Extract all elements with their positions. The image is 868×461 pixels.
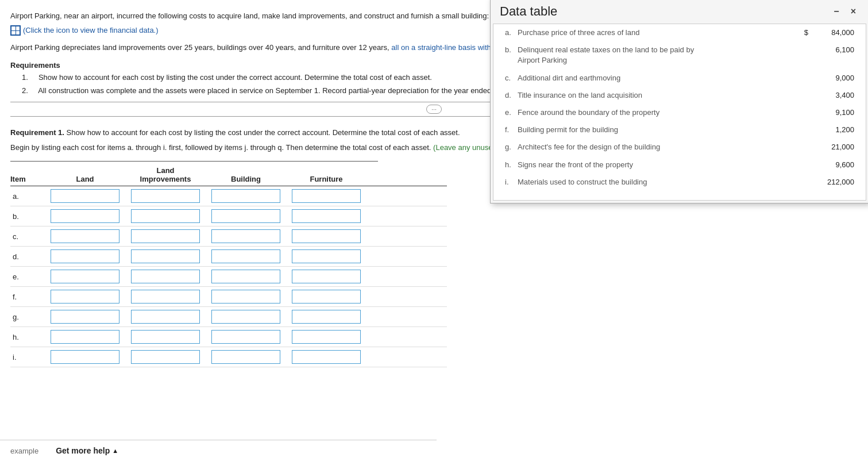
input-b-furniture[interactable] [292,209,361,223]
row-label-b: b. [10,212,45,221]
bottom-bar: example Get more help ▲ [0,440,437,461]
data-table-row: h.Signs near the front of the property9,… [503,156,857,174]
row-label-c: c. [10,232,45,241]
panel-title: Data table [500,4,557,19]
req1-text: Show how to account for each cost by lis… [38,73,432,82]
data-item-desc-b: Delinquent real estate taxes on the land… [515,41,801,69]
input-a-building[interactable] [211,189,280,203]
data-item-amount-d: 3,400 [811,87,857,104]
table-row: g. [10,307,447,327]
minimize-button[interactable]: − [830,5,842,18]
input-h-improvements[interactable] [131,330,200,344]
table-body: a.b.c.d.e.f.g.h.i. [10,186,447,367]
input-d-furniture[interactable] [292,249,361,263]
data-item-amount-a: 84,000 [811,24,857,41]
grid-icon [10,25,21,36]
input-g-land[interactable] [51,310,119,324]
data-table-row: d.Title insurance on the land acquisitio… [503,87,857,104]
col-header-furniture-space [286,166,367,175]
panel-content-area[interactable]: a.Purchase price of three acres of land$… [493,24,866,201]
table-row: i. [10,347,447,367]
data-item-dollar-e [801,104,811,121]
input-i-improvements[interactable] [131,350,200,364]
input-b-building[interactable] [211,209,280,223]
data-item-desc-a: Purchase price of three acres of land [515,24,801,41]
input-c-building[interactable] [211,229,280,243]
depreciation-text-main: Airport Parking depreciates land improve… [10,43,389,52]
row-label-h: h. [10,333,45,341]
input-h-furniture[interactable] [292,330,361,344]
input-f-improvements[interactable] [131,290,200,304]
data-item-amount-b: 6,100 [811,41,857,69]
input-c-improvements[interactable] [131,229,200,243]
data-item-amount-h: 9,600 [811,156,857,174]
data-item-letter-d: d. [503,87,515,104]
panel-controls[interactable]: − × [830,5,859,18]
input-i-land[interactable] [51,350,119,364]
data-item-amount-c: 9,000 [811,70,857,87]
input-e-furniture[interactable] [292,270,361,283]
row-label-e: e. [10,272,45,281]
col-improvements-header: Improvements [125,175,206,183]
input-c-furniture[interactable] [292,229,361,243]
req1-bold-title: Requirement 1. [10,128,64,137]
data-item-letter-f: f. [503,121,515,139]
table-row: d. [10,247,447,267]
input-b-improvements[interactable] [131,209,200,223]
close-button[interactable]: × [847,5,859,18]
data-table-row: c.Additional dirt and earthmoving9,000 [503,70,857,87]
data-table-row: g.Architect's fee for the design of the … [503,139,857,156]
row-label-i: i. [10,353,45,362]
icon-link-text: (Click the icon to view the financial da… [23,26,159,34]
input-a-improvements[interactable] [131,189,200,203]
input-h-building[interactable] [211,330,280,344]
input-g-building[interactable] [211,310,280,324]
get-more-help-button[interactable]: Get more help ▲ [56,446,118,455]
table-row: a. [10,186,447,206]
data-item-desc-c: Additional dirt and earthmoving [515,70,801,87]
input-a-furniture[interactable] [292,189,361,203]
col-header-building-space [206,166,286,175]
input-a-land[interactable] [51,189,119,203]
data-item-dollar-c [801,70,811,87]
col-furniture-header: Furniture [286,175,367,183]
data-table-row: a.Purchase price of three acres of land$… [503,24,857,41]
input-i-building[interactable] [211,350,280,364]
req1-prefix: 1. [22,73,28,82]
input-f-building[interactable] [211,290,280,304]
table-row: e. [10,267,447,287]
data-item-desc-h: Signs near the front of the property [515,156,801,174]
input-b-land[interactable] [51,209,119,223]
input-d-improvements[interactable] [131,249,200,263]
data-item-desc-g: Architect's fee for the design of the bu… [515,139,801,156]
input-f-land[interactable] [51,290,119,304]
col-header-item-space [10,166,45,175]
input-i-furniture[interactable] [292,350,361,364]
data-table-row: f.Building permit for the building1,200 [503,121,857,139]
data-item-letter-h: h. [503,156,515,174]
input-e-land[interactable] [51,270,119,283]
col-header-land-space [45,166,125,175]
data-table-row: e.Fence around the boundary of the prope… [503,104,857,121]
input-f-furniture[interactable] [292,290,361,304]
data-item-amount-e: 9,100 [811,104,857,121]
input-g-furniture[interactable] [292,310,361,324]
data-item-letter-c: c. [503,70,515,87]
input-c-land[interactable] [51,229,119,243]
table-top-rule [10,161,378,162]
req2-text: All construction was complete and the as… [38,86,540,95]
arrow-up-icon: ▲ [112,447,118,454]
data-item-desc-e: Fence around the boundary of the propert… [515,104,801,121]
input-e-improvements[interactable] [131,270,200,283]
input-h-land[interactable] [51,330,119,344]
financial-data-link[interactable]: (Click the icon to view the financial da… [10,25,159,36]
data-item-letter-g: g. [503,139,515,156]
input-g-improvements[interactable] [131,310,200,324]
main-content-area: Land Item Land Improvements Building Fur… [10,166,858,367]
input-d-building[interactable] [211,249,280,263]
table-row: c. [10,226,447,247]
example-label: example [10,447,38,455]
input-e-building[interactable] [211,270,280,283]
input-d-land[interactable] [51,249,119,263]
data-item-dollar-g [801,139,811,156]
